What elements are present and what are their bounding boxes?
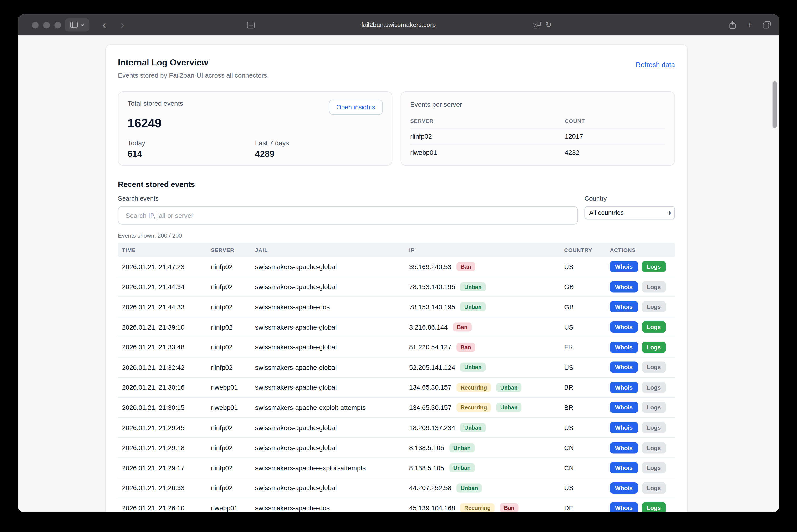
- forward-button[interactable]: ›: [117, 14, 128, 36]
- logs-button[interactable]: Logs: [642, 482, 666, 494]
- event-jail: swissmakers-apache-dos: [251, 505, 405, 512]
- event-actions: WhoisLogs: [606, 502, 675, 512]
- page-format-icon[interactable]: [246, 14, 256, 36]
- unban-badge: Unban: [496, 383, 522, 392]
- event-jail: swissmakers-apache-global: [251, 323, 405, 331]
- event-country: US: [560, 263, 606, 270]
- translate-icon[interactable]: A: [532, 14, 542, 36]
- zoom-window-button[interactable]: [54, 22, 61, 28]
- event-ip-cell: 52.205.141.124Unban: [405, 363, 560, 372]
- event-server: rlinfp02: [207, 263, 251, 270]
- event-server: rlwebp01: [207, 505, 251, 512]
- logs-button[interactable]: Logs: [642, 442, 666, 453]
- recurring-badge: Recurring: [456, 383, 491, 392]
- new-tab-icon[interactable]: +: [745, 14, 755, 36]
- event-server: rlinfp02: [207, 464, 251, 472]
- browser-window: ‹ › fail2ban.swissmakers.corp A ↻: [18, 14, 779, 512]
- event-time: 2026.01.21, 21:29:18: [118, 444, 207, 452]
- event-jail: swissmakers-apache-global: [251, 283, 405, 291]
- logs-button[interactable]: Logs: [642, 422, 666, 433]
- table-row: 2026.01.21, 21:44:33rlinfp02swissmakers-…: [118, 297, 675, 317]
- select-stepper-icon: ▲▼: [668, 210, 673, 215]
- whois-button[interactable]: Whois: [610, 402, 637, 413]
- whois-button[interactable]: Whois: [610, 442, 637, 453]
- today-label: Today: [127, 139, 255, 147]
- col-country: Country: [560, 247, 606, 253]
- refresh-data-link[interactable]: Refresh data: [636, 61, 675, 69]
- page-background: Internal Log Overview Events stored by F…: [18, 36, 779, 512]
- col-jail: Jail: [251, 247, 405, 253]
- whois-button[interactable]: Whois: [610, 482, 637, 494]
- logs-button[interactable]: Logs: [642, 382, 666, 393]
- logs-button[interactable]: Logs: [642, 302, 666, 313]
- table-row: 2026.01.21, 21:47:23rlinfp02swissmakers-…: [118, 257, 675, 277]
- tab-overview-icon[interactable]: [761, 14, 772, 36]
- sidebar-toggle-button[interactable]: [65, 18, 89, 32]
- logs-button[interactable]: Logs: [642, 402, 666, 413]
- event-ip-cell: 18.209.137.234Unban: [405, 423, 560, 432]
- whois-button[interactable]: Whois: [610, 462, 637, 473]
- event-ip-cell: 78.153.140.195Unban: [405, 282, 560, 291]
- logs-button[interactable]: Logs: [642, 462, 666, 473]
- event-ip: 45.139.104.168: [409, 505, 455, 512]
- table-row: 2026.01.21, 21:33:48rlinfp02swissmakers-…: [118, 338, 675, 358]
- back-button[interactable]: ‹: [99, 14, 109, 36]
- event-ip: 35.169.240.53: [409, 263, 451, 270]
- event-actions: WhoisLogs: [606, 302, 675, 313]
- open-insights-button[interactable]: Open insights: [329, 99, 383, 115]
- event-actions: WhoisLogs: [606, 482, 675, 494]
- server-count: 4232: [565, 145, 665, 160]
- address-bar[interactable]: fail2ban.swissmakers.corp: [361, 14, 436, 36]
- whois-button[interactable]: Whois: [610, 302, 637, 313]
- event-ip: 3.216.86.144: [409, 323, 448, 331]
- event-server: rlinfp02: [207, 364, 251, 371]
- whois-button[interactable]: Whois: [610, 362, 637, 373]
- event-ip: 134.65.30.157: [409, 404, 451, 411]
- unban-badge: Unban: [460, 302, 486, 311]
- whois-button[interactable]: Whois: [610, 382, 637, 393]
- logs-button[interactable]: Logs: [642, 342, 666, 353]
- per-server-col-count: Count: [565, 115, 665, 129]
- table-row: 2026.01.21, 21:30:16rlwebp01swissmakers-…: [118, 378, 675, 398]
- scrollbar-thumb[interactable]: [773, 81, 777, 128]
- total-events-card: Total stored events Open insights 16249 …: [118, 92, 393, 166]
- whois-button[interactable]: Whois: [610, 422, 637, 433]
- event-ip-cell: 8.138.5.105Unban: [405, 443, 560, 452]
- table-row: 2026.01.21, 21:29:18rlinfp02swissmakers-…: [118, 438, 675, 458]
- logs-button[interactable]: Logs: [642, 261, 666, 272]
- event-country: GB: [560, 283, 606, 291]
- ban-badge: Ban: [456, 343, 475, 352]
- event-jail: swissmakers-apache-exploit-attempts: [251, 464, 405, 472]
- reload-icon[interactable]: ↻: [543, 14, 554, 36]
- event-actions: WhoisLogs: [606, 362, 675, 373]
- col-time: Time: [118, 247, 207, 253]
- whois-button[interactable]: Whois: [610, 502, 637, 512]
- event-country: US: [560, 484, 606, 492]
- whois-button[interactable]: Whois: [610, 322, 637, 333]
- event-ip: 81.220.54.127: [409, 343, 451, 351]
- total-events-label: Total stored events: [127, 99, 183, 107]
- logs-button[interactable]: Logs: [642, 502, 666, 512]
- event-country: DE: [560, 505, 606, 512]
- recurring-badge: Recurring: [456, 403, 491, 412]
- table-row: 2026.01.21, 21:26:33rlinfp02swissmakers-…: [118, 478, 675, 498]
- event-ip-cell: 81.220.54.127Ban: [405, 343, 560, 352]
- event-ip-cell: 134.65.30.157RecurringUnban: [405, 383, 560, 392]
- unban-badge: Unban: [456, 483, 482, 492]
- share-icon[interactable]: [727, 14, 738, 36]
- event-ip-cell: 78.153.140.195Unban: [405, 302, 560, 311]
- search-input[interactable]: [118, 206, 578, 225]
- whois-button[interactable]: Whois: [610, 281, 637, 292]
- event-server: rlwebp01: [207, 404, 251, 411]
- logs-button[interactable]: Logs: [642, 362, 666, 373]
- event-country: US: [560, 424, 606, 432]
- minimize-window-button[interactable]: [43, 22, 50, 28]
- logs-button[interactable]: Logs: [642, 281, 666, 292]
- country-select[interactable]: All countries ▲▼: [585, 206, 675, 219]
- page-title: Internal Log Overview: [118, 58, 269, 68]
- event-actions: WhoisLogs: [606, 422, 675, 433]
- whois-button[interactable]: Whois: [610, 342, 637, 353]
- whois-button[interactable]: Whois: [610, 261, 637, 272]
- logs-button[interactable]: Logs: [642, 322, 666, 333]
- close-window-button[interactable]: [32, 22, 39, 28]
